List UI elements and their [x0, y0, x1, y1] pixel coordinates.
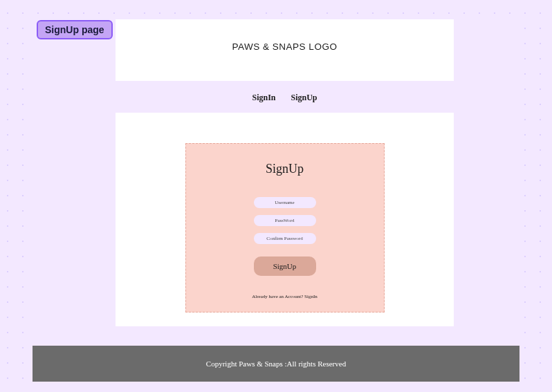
footer-text: Copyright Paws & Snaps :All rights Reser… — [206, 360, 346, 368]
signup-form: SignUp SignUp Already have an Account? S… — [185, 143, 385, 312]
form-area: SignUp SignUp Already have an Account? S… — [116, 113, 454, 326]
content-wrapper: PAWS & SNAPS LOGO SignIn SignUp SignUp S… — [116, 19, 454, 326]
logo-text: PAWS & SNAPS LOGO — [116, 41, 454, 52]
form-title: SignUp — [200, 162, 370, 176]
page-badge-label: SignUp page — [45, 24, 104, 35]
tab-signin[interactable]: SignIn — [252, 93, 275, 103]
footer: Copyright Paws & Snaps :All rights Reser… — [33, 346, 519, 382]
confirm-password-input[interactable] — [254, 233, 316, 244]
header-section: PAWS & SNAPS LOGO — [116, 19, 454, 81]
tab-signup[interactable]: SignUp — [291, 93, 318, 103]
username-input[interactable] — [254, 197, 316, 208]
signup-button[interactable]: SignUp — [254, 256, 316, 276]
main-canvas: PAWS & SNAPS LOGO SignIn SignUp SignUp S… — [33, 14, 519, 382]
signin-link[interactable]: Already have an Account? SignIn — [200, 294, 370, 299]
auth-tabs: SignIn SignUp — [116, 81, 454, 113]
page-badge: SignUp page — [37, 20, 113, 39]
password-input[interactable] — [254, 215, 316, 226]
